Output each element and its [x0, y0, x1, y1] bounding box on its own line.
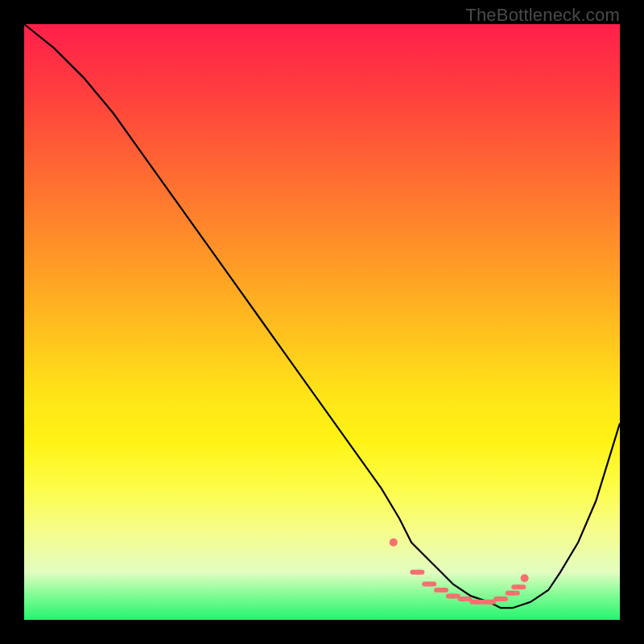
- chart-frame: TheBottleneck.com: [0, 0, 644, 644]
- plot-area: [24, 24, 620, 620]
- chart-svg: [24, 24, 620, 620]
- marker-dot: [521, 574, 529, 582]
- marker-dash: [422, 582, 436, 587]
- curve-line: [24, 24, 620, 608]
- marker-dash: [434, 588, 448, 592]
- marker-dash: [506, 591, 520, 596]
- marker-dash: [493, 597, 508, 601]
- bottleneck-curve: [24, 24, 620, 608]
- marker-dots: [390, 539, 529, 605]
- watermark-text: TheBottleneck.com: [465, 5, 620, 26]
- marker-dot: [390, 539, 398, 547]
- marker-dash: [410, 570, 424, 575]
- marker-dash: [511, 584, 526, 589]
